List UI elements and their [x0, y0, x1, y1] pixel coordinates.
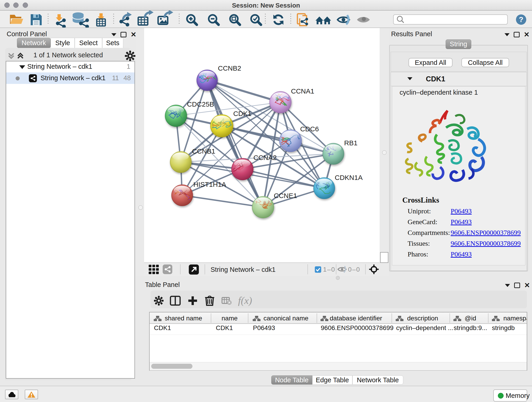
svg-text:name: name	[222, 315, 238, 322]
svg-text:P06493: P06493	[253, 324, 275, 332]
svg-text:CCNA2: CCNA2	[253, 154, 277, 161]
svg-text:CDC6: CDC6	[300, 125, 319, 133]
svg-text:0 – 0: 0 – 0	[348, 266, 360, 273]
svg-text:HIST1H1A: HIST1H1A	[193, 181, 226, 188]
svg-text:CDK1: CDK1	[233, 110, 252, 117]
svg-text:CDK1: CDK1	[216, 324, 233, 332]
svg-text:cyclin–dependent ...: cyclin–dependent ...	[396, 324, 453, 332]
svg-text:CDK1: CDK1	[154, 324, 171, 332]
svg-text:CCNE1: CCNE1	[274, 192, 297, 199]
svg-text:f(x): f(x)	[238, 295, 252, 306]
svg-text:description: description	[407, 315, 438, 322]
svg-text:CDC25B: CDC25B	[187, 100, 214, 108]
svg-text:shared name: shared name	[165, 315, 202, 322]
svg-text:CCNA1: CCNA1	[291, 87, 314, 95]
svg-text:RB1: RB1	[344, 139, 357, 147]
svg-text:namespace: namespace	[503, 315, 527, 322]
svg-text:stringdb: stringdb	[492, 324, 515, 332]
svg-text:9606.ENSP00000378699: 9606.ENSP00000378699	[321, 324, 394, 332]
svg-text:database identifier: database identifier	[330, 315, 382, 322]
svg-text:stringdb:9...: stringdb:9...	[454, 324, 487, 332]
svg-text:CDKN1A: CDKN1A	[335, 174, 363, 181]
svg-text:canonical name: canonical name	[264, 315, 308, 322]
svg-text:String Network – cdk1: String Network – cdk1	[210, 266, 276, 273]
svg-text:1 – 0: 1 – 0	[323, 266, 335, 273]
svg-text:CCNB1: CCNB1	[192, 147, 215, 155]
svg-text:@id: @id	[465, 315, 476, 322]
svg-text:CCNB2: CCNB2	[218, 64, 241, 72]
